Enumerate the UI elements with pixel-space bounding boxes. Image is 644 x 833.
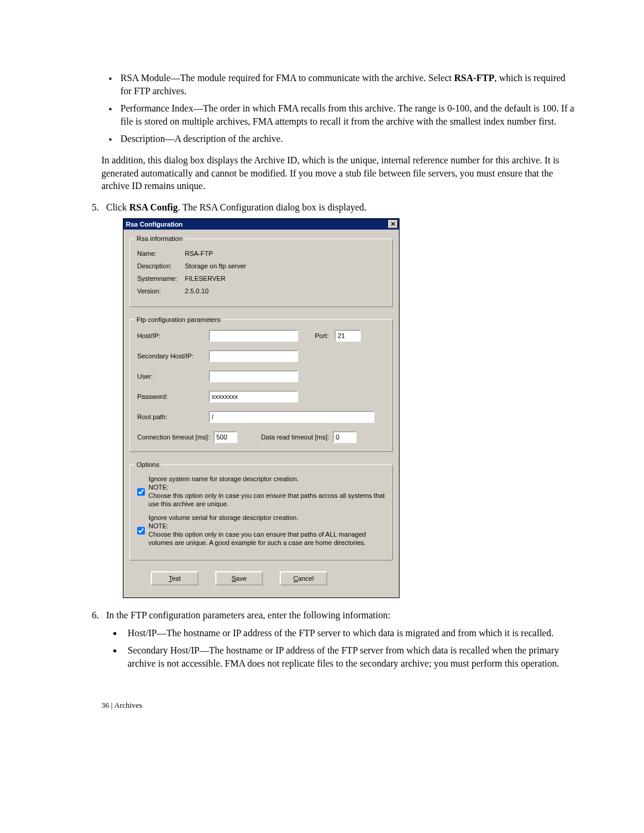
- opt2-note-text: Choose this option only in case you can …: [148, 531, 366, 546]
- group-rsa-legend: Rsa information: [135, 234, 184, 243]
- text: —A description of the archive.: [165, 134, 283, 144]
- sechost-label: Secondary Host/IP:: [137, 352, 209, 361]
- opt1-note-label: NOTE:: [148, 484, 169, 491]
- bullet-description: Description—A description of the archive…: [118, 132, 578, 145]
- bullet-performance-index: Performance Index—The order in which FMA…: [118, 102, 578, 128]
- desc-label: Description:: [137, 262, 185, 271]
- steps-list: Click RSA Config. The RSA Configuration …: [101, 201, 578, 670]
- desc-value: Storage on ftp server: [185, 262, 246, 271]
- test-button[interactable]: Test: [151, 571, 199, 586]
- dialog-body: Rsa information Name: RSA-FTP Descriptio…: [123, 230, 399, 597]
- name-value: RSA-FTP: [185, 249, 213, 258]
- text: —The hostname or IP address of the FTP s…: [157, 628, 553, 638]
- bullet-rsa-module: RSA Module—The module required for FMA t…: [118, 72, 578, 97]
- step-6: In the FTP configuration parameters area…: [101, 609, 578, 670]
- version-label: Version:: [137, 287, 185, 296]
- hostip-input[interactable]: [209, 330, 298, 342]
- bottom-bullet-list: Host/IP—The hostname or IP address of th…: [123, 627, 578, 670]
- sysname-value: FILESERVER: [185, 274, 225, 283]
- group-rsa-information: Rsa information Name: RSA-FTP Descriptio…: [129, 234, 393, 306]
- opt1-label: Ignore system name for storage descripto…: [148, 475, 299, 482]
- opt1-checkbox[interactable]: [137, 476, 145, 508]
- port-label: Port:: [315, 332, 329, 340]
- step5-pre: Click: [106, 202, 129, 212]
- term: RSA Module: [120, 73, 171, 83]
- option-ignore-volumeserial: Ignore volume serial for storage descrip…: [137, 514, 385, 547]
- sysname-label: Systemname:: [137, 274, 185, 283]
- version-value: 2.5.0.10: [185, 287, 209, 296]
- bullet-secondary-hostip: Secondary Host/IP—The hostname or IP add…: [123, 644, 578, 670]
- conn-timeout-input[interactable]: [213, 431, 237, 443]
- opt2-label: Ignore volume serial for storage descrip…: [148, 514, 298, 521]
- bullet-hostip: Host/IP—The hostname or IP address of th…: [123, 627, 578, 640]
- group-options-legend: Options: [135, 460, 161, 469]
- group-ftp-params: Ftp configuration parameters Host/IP: Po…: [129, 315, 393, 453]
- opt2-note-label: NOTE:: [148, 522, 169, 529]
- password-label: Password:: [137, 392, 209, 401]
- close-icon[interactable]: ✕: [388, 220, 398, 228]
- top-bullet-list: RSA Module—The module required for FMA t…: [118, 72, 578, 145]
- text: —The module required for FMA to communic…: [171, 73, 454, 83]
- sechost-input[interactable]: [209, 350, 298, 362]
- opt2-checkbox[interactable]: [137, 515, 145, 547]
- term: Description: [120, 134, 165, 144]
- group-ftp-legend: Ftp configuration parameters: [135, 315, 222, 324]
- save-button[interactable]: Save: [215, 571, 263, 586]
- group-options: Options Ignore system name for storage d…: [129, 460, 393, 561]
- page-footer: 36 | Archives: [101, 700, 578, 711]
- term: Performance Index: [120, 103, 193, 113]
- hostip-label: Host/IP:: [137, 332, 209, 340]
- rootpath-input[interactable]: [209, 411, 374, 423]
- data-timeout-label: Data read timeout [ms]:: [261, 433, 329, 442]
- term: Secondary Host/IP: [128, 645, 199, 655]
- step5-bold: RSA Config: [129, 202, 178, 212]
- rootpath-label: Root path:: [137, 413, 209, 422]
- option-ignore-systemname: Ignore system name for storage descripto…: [137, 475, 385, 508]
- term: Host/IP: [128, 628, 157, 638]
- cancel-button[interactable]: Cancel: [280, 571, 327, 586]
- dialog-titlebar: Rsa Configuration ✕: [123, 219, 399, 230]
- step6-text: In the FTP configuration parameters area…: [106, 610, 391, 620]
- dialog-title: Rsa Configuration: [126, 220, 388, 229]
- dialog-button-row: Test Save Cancel: [129, 569, 393, 590]
- user-label: User:: [137, 372, 209, 381]
- step-5: Click RSA Config. The RSA Configuration …: [101, 201, 578, 599]
- conn-timeout-label: Connection timeout [ms]:: [137, 433, 210, 442]
- data-timeout-input[interactable]: [333, 431, 357, 443]
- password-input[interactable]: [209, 391, 298, 402]
- addition-paragraph: In addition, this dialog box displays th…: [101, 154, 578, 193]
- bold: RSA-FTP: [454, 73, 494, 83]
- port-input[interactable]: [335, 330, 361, 342]
- step5-post: . The RSA Configuration dialog box is di…: [178, 202, 367, 212]
- user-input[interactable]: [209, 370, 298, 382]
- opt1-note-text: Choose this option only in case you can …: [148, 492, 385, 507]
- rsa-config-dialog: Rsa Configuration ✕ Rsa information Name…: [123, 218, 400, 598]
- name-label: Name:: [137, 249, 185, 258]
